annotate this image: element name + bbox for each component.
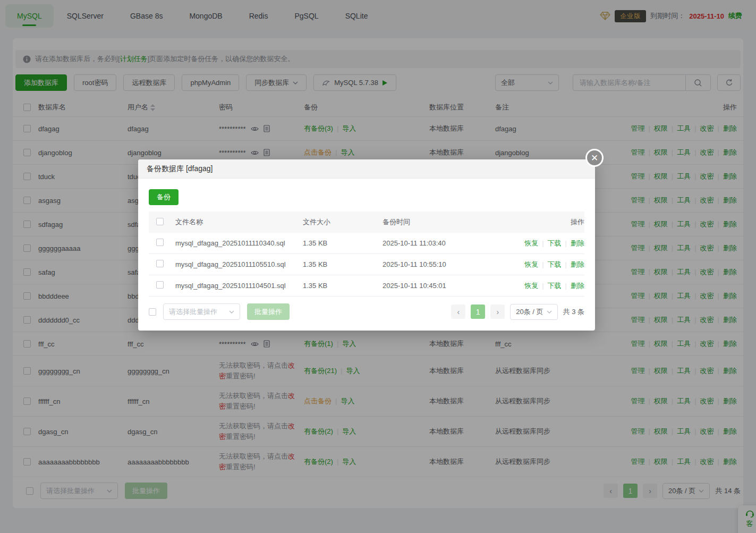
backup-file-size: 1.35 KB <box>303 260 383 268</box>
separator: | <box>542 239 543 247</box>
backup-file-time: 2025-10-11 11:03:40 <box>383 239 494 247</box>
separator: | <box>565 239 567 247</box>
backup-op-delete-link[interactable]: 删除 <box>571 282 584 290</box>
modal-pagination: ‹ 1 › 20条 / 页 共 3 条 <box>451 304 584 320</box>
modal-prev-page-button[interactable]: ‹ <box>451 304 465 319</box>
modal-header-ops: 操作 <box>494 217 584 227</box>
backup-file-name: mysql_dfagag_20251011105510.sql <box>175 260 303 268</box>
modal-footer-select-all-checkbox[interactable] <box>149 308 156 316</box>
modal-page-1-button[interactable]: 1 <box>471 304 485 319</box>
backup-op-restore-link[interactable]: 恢复 <box>524 260 538 268</box>
modal-header-size: 文件大小 <box>303 217 383 227</box>
backup-op-download-link[interactable]: 下载 <box>548 282 562 290</box>
backup-file-size: 1.35 KB <box>303 282 383 290</box>
close-icon[interactable]: ✕ <box>585 149 604 167</box>
chevron-down-icon <box>229 310 234 314</box>
backup-op-download-link[interactable]: 下载 <box>548 239 562 247</box>
modal-batch-action-button[interactable]: 批量操作 <box>247 303 290 320</box>
backup-file-time: 2025-10-11 10:45:01 <box>383 282 494 290</box>
separator: | <box>565 282 567 290</box>
modal-next-page-button[interactable]: › <box>490 304 505 319</box>
modal-batch-action-select[interactable]: 请选择批量操作 <box>163 303 240 320</box>
modal-footer: 请选择批量操作 批量操作 ‹ 1 › 20条 / 页 共 3 条 <box>149 303 584 320</box>
backup-file-name: mysql_dfagag_20251011104501.sql <box>175 282 303 290</box>
modal-header-time: 备份时间 <box>383 217 494 227</box>
separator: | <box>542 282 543 290</box>
backup-row-ops: 恢复|下载|删除 <box>494 260 584 269</box>
backup-file-row: mysql_dfagag_20251011105510.sql1.35 KB20… <box>149 254 584 275</box>
backup-file-size: 1.35 KB <box>303 239 383 247</box>
backup-op-restore-link[interactable]: 恢复 <box>524 282 538 290</box>
backup-op-delete-link[interactable]: 删除 <box>571 239 584 247</box>
separator: | <box>565 260 567 268</box>
modal-table-body: mysql_dfagag_20251011110340.sql1.35 KB20… <box>149 233 584 297</box>
modal-select-all-checkbox[interactable] <box>156 218 164 225</box>
separator: | <box>542 260 543 268</box>
backup-row-ops: 恢复|下载|删除 <box>494 239 584 248</box>
backup-op-delete-link[interactable]: 删除 <box>571 260 584 268</box>
modal-title: 备份数据库 [dfagag] <box>138 159 595 179</box>
backup-row-checkbox[interactable] <box>156 260 164 267</box>
backup-op-restore-link[interactable]: 恢复 <box>524 239 538 247</box>
modal-total-count: 共 3 条 <box>563 307 584 317</box>
modal-header-file: 文件名称 <box>175 217 303 227</box>
backup-row-ops: 恢复|下载|删除 <box>494 281 584 291</box>
backup-file-row: mysql_dfagag_20251011110340.sql1.35 KB20… <box>149 233 584 254</box>
backup-file-time: 2025-10-11 10:55:10 <box>383 260 494 268</box>
backup-op-download-link[interactable]: 下载 <box>548 260 562 268</box>
backup-file-row: mysql_dfagag_20251011104501.sql1.35 KB20… <box>149 275 584 297</box>
modal-page-size-select[interactable]: 20条 / 页 <box>510 304 557 320</box>
backup-modal: ✕ 备份数据库 [dfagag] 备份 文件名称 文件大小 备份时间 操作 my… <box>138 159 595 331</box>
backup-file-name: mysql_dfagag_20251011110340.sql <box>175 239 303 247</box>
backup-row-checkbox[interactable] <box>156 239 164 246</box>
backup-row-checkbox[interactable] <box>156 281 164 289</box>
modal-table-header: 文件名称 文件大小 备份时间 操作 <box>149 211 584 233</box>
chevron-down-icon <box>547 310 552 314</box>
create-backup-button[interactable]: 备份 <box>149 189 179 205</box>
